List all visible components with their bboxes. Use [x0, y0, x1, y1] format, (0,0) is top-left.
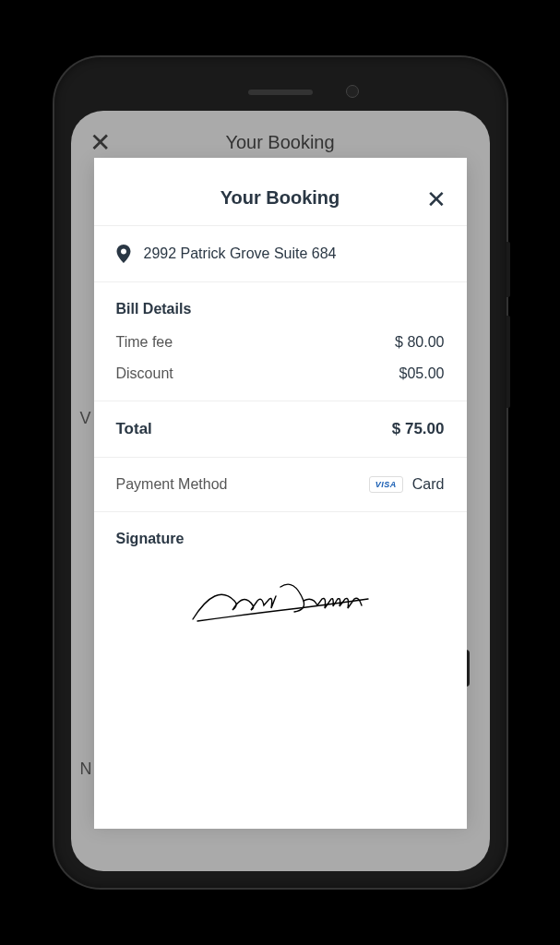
close-icon[interactable]: ✕: [89, 127, 111, 158]
background-title: Your Booking: [225, 132, 334, 153]
phone-side-button: [506, 242, 510, 297]
bill-item-value: $05.00: [399, 365, 445, 382]
payment-section: Payment Method VISA Card: [94, 458, 467, 512]
payment-label: Payment Method: [116, 476, 228, 493]
signature-area[interactable]: [116, 564, 445, 632]
phone-side-button: [506, 316, 510, 408]
payment-type: Card: [412, 476, 445, 493]
bill-item-label: Discount: [116, 365, 173, 382]
background-obscured-text: V: [80, 409, 91, 428]
payment-row: Payment Method VISA Card: [116, 476, 445, 493]
signature-section: Signature: [94, 512, 467, 660]
bill-item-value: $ 80.00: [395, 334, 444, 351]
bill-details-section: Bill Details Time fee $ 80.00 Discount $…: [94, 282, 467, 401]
receipt-header: Your Booking ✕: [94, 161, 467, 226]
total-label: Total: [116, 420, 152, 438]
phone-frame: ✕ Your Booking V N Your Booking ✕ 2992 P…: [54, 57, 506, 888]
bill-line-item: Discount $05.00: [116, 365, 445, 382]
address-row: 2992 Patrick Grove Suite 684: [116, 245, 445, 263]
bill-line-item: Time fee $ 80.00: [116, 334, 445, 351]
background-obscured-text: N: [80, 760, 92, 779]
total-row: Total $ 75.00: [116, 420, 445, 438]
total-section: Total $ 75.00: [94, 401, 467, 458]
bill-heading: Bill Details: [116, 301, 445, 317]
address-text: 2992 Patrick Grove Suite 684: [144, 245, 337, 262]
visa-icon: VISA: [369, 476, 403, 493]
receipt-title: Your Booking: [220, 187, 340, 209]
close-icon[interactable]: ✕: [426, 185, 447, 214]
bill-item-label: Time fee: [116, 334, 173, 351]
address-section: 2992 Patrick Grove Suite 684: [94, 226, 467, 282]
phone-screen: ✕ Your Booking V N Your Booking ✕ 2992 P…: [71, 111, 490, 871]
receipt-modal: Your Booking ✕ 2992 Patrick Grove Suite …: [94, 161, 467, 825]
signature-label: Signature: [116, 531, 445, 547]
payment-method[interactable]: VISA Card: [369, 476, 445, 493]
signature-image: [188, 573, 373, 628]
total-value: $ 75.00: [392, 420, 445, 438]
location-pin-icon: [116, 245, 131, 263]
